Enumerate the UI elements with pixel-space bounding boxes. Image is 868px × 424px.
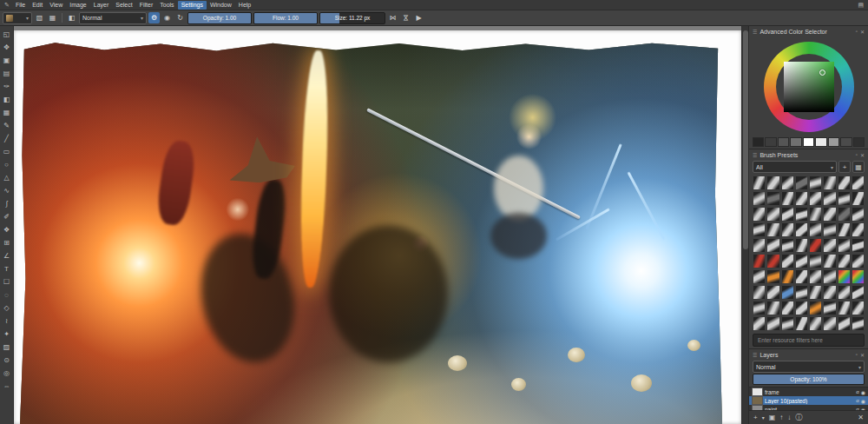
tool-pattern-edit[interactable]: ▦ bbox=[1, 106, 12, 119]
brush-preset[interactable] bbox=[852, 254, 865, 268]
color-swatch[interactable] bbox=[765, 137, 776, 147]
brush-preset[interactable] bbox=[838, 285, 851, 300]
brush-preset[interactable] bbox=[753, 222, 766, 237]
brush-preset[interactable] bbox=[838, 316, 851, 331]
brush-preset[interactable] bbox=[838, 176, 851, 190]
brush-preset[interactable] bbox=[838, 254, 851, 268]
tool-dynamic-brush[interactable]: ✐ bbox=[1, 210, 12, 223]
canvas-artwork[interactable] bbox=[20, 41, 722, 424]
brush-preset[interactable] bbox=[781, 316, 794, 331]
brush-preset[interactable] bbox=[753, 238, 766, 253]
brush-preset[interactable] bbox=[823, 316, 836, 331]
brush-preset[interactable] bbox=[852, 238, 865, 253]
mirror-horizontal-button[interactable]: ⋈ bbox=[387, 12, 398, 23]
brush-preset[interactable] bbox=[838, 191, 851, 206]
inherit-alpha-icon[interactable]: α bbox=[856, 407, 858, 410]
flow-slider[interactable]: Flow: 1.00 bbox=[253, 12, 318, 24]
menu-image[interactable]: Image bbox=[66, 1, 89, 10]
brush-preset[interactable] bbox=[809, 316, 822, 331]
brush-preset[interactable] bbox=[781, 269, 794, 284]
brush-preset[interactable] bbox=[809, 269, 822, 284]
saturation-value-square[interactable] bbox=[784, 62, 834, 112]
visibility-icon[interactable]: ◉ bbox=[861, 407, 865, 411]
docker-menu-icon[interactable]: ☰ bbox=[753, 29, 757, 35]
brush-preset[interactable] bbox=[795, 316, 808, 331]
brush-preset[interactable] bbox=[766, 301, 779, 315]
tool-ellipse[interactable]: ○ bbox=[1, 158, 12, 171]
reload-preset-button[interactable]: ↻ bbox=[174, 12, 186, 23]
brush-preset[interactable] bbox=[795, 222, 808, 237]
tool-bezier-curve[interactable]: ∫ bbox=[1, 197, 12, 210]
brush-preset[interactable] bbox=[823, 191, 836, 206]
brush-preset[interactable] bbox=[781, 301, 794, 315]
brush-preset[interactable] bbox=[809, 238, 822, 253]
layer-row[interactable]: frameα◉ bbox=[749, 388, 868, 396]
brush-preset[interactable] bbox=[823, 285, 836, 300]
close-docker-icon[interactable]: ✕ bbox=[860, 352, 865, 358]
brush-preset[interactable] bbox=[795, 176, 808, 190]
add-resource-button[interactable]: + bbox=[838, 161, 851, 173]
brush-preset[interactable] bbox=[795, 238, 808, 253]
move-layer-up-button[interactable]: ↑ bbox=[779, 414, 783, 421]
add-layer-dropdown-icon[interactable]: ▾ bbox=[762, 414, 765, 421]
color-swatch[interactable] bbox=[803, 137, 814, 147]
brush-preset[interactable] bbox=[795, 285, 808, 300]
view-mode-button[interactable]: ▦ bbox=[852, 161, 865, 173]
resource-search-field[interactable] bbox=[753, 334, 865, 347]
brush-preset[interactable] bbox=[781, 222, 794, 237]
wrap-around-mode-button[interactable]: ▶ bbox=[413, 12, 424, 23]
tool-line[interactable]: ╱ bbox=[1, 132, 12, 145]
float-docker-icon[interactable]: ▫ bbox=[856, 352, 858, 358]
move-layer-down-button[interactable]: ↓ bbox=[787, 414, 791, 421]
tool-crop[interactable]: ▣ bbox=[1, 54, 12, 67]
add-layer-button[interactable]: + bbox=[753, 414, 758, 421]
brush-preset[interactable] bbox=[809, 222, 822, 237]
brush-preset[interactable] bbox=[795, 207, 808, 222]
brush-preset[interactable] bbox=[766, 238, 779, 253]
duplicate-layer-button[interactable]: ▣ bbox=[769, 414, 776, 421]
brush-preset[interactable] bbox=[795, 301, 808, 315]
tool-zoom[interactable]: ◎ bbox=[1, 367, 12, 380]
menu-edit[interactable]: Edit bbox=[29, 1, 46, 10]
brush-preset[interactable] bbox=[766, 191, 779, 206]
color-swatch[interactable] bbox=[828, 137, 839, 147]
brush-preset[interactable] bbox=[852, 285, 865, 300]
canvas-page[interactable] bbox=[14, 30, 741, 424]
menu-window[interactable]: Window bbox=[207, 1, 235, 10]
tool-select-elliptical[interactable]: ◌ bbox=[1, 288, 12, 301]
brush-preset[interactable] bbox=[766, 285, 779, 300]
brush-preset[interactable] bbox=[766, 207, 779, 222]
resource-search-input[interactable] bbox=[756, 336, 861, 344]
edit-brush-settings-button[interactable]: ⚙ bbox=[148, 12, 160, 23]
brush-preset[interactable] bbox=[781, 207, 794, 222]
inherit-alpha-icon[interactable]: α bbox=[856, 389, 858, 394]
tool-transform[interactable]: ◱ bbox=[1, 28, 12, 41]
color-swatch[interactable] bbox=[753, 137, 764, 147]
tool-freehand-brush[interactable]: ✎ bbox=[1, 119, 12, 132]
gradient-chooser-button[interactable]: ▧ bbox=[34, 12, 45, 23]
brush-preset[interactable] bbox=[753, 316, 766, 331]
delete-layer-button[interactable]: ✕ bbox=[858, 414, 864, 421]
fg-bg-colors-button[interactable]: ◧ bbox=[66, 12, 77, 23]
brush-preset[interactable] bbox=[809, 176, 822, 190]
mirror-vertical-button[interactable]: ⋈ bbox=[400, 12, 411, 23]
tool-gradient[interactable]: ▤ bbox=[1, 67, 12, 80]
close-docker-icon[interactable]: ✕ bbox=[860, 29, 865, 35]
brush-preset-chooser[interactable]: ▾ bbox=[3, 12, 32, 24]
brush-preset[interactable] bbox=[753, 254, 766, 268]
brush-preset[interactable] bbox=[781, 176, 794, 190]
color-swatch[interactable] bbox=[778, 137, 789, 147]
color-swatch[interactable] bbox=[853, 137, 865, 147]
brush-preset[interactable] bbox=[809, 301, 822, 315]
brush-preset[interactable] bbox=[795, 254, 808, 268]
menu-filter[interactable]: Filter bbox=[136, 1, 157, 10]
color-swatch[interactable] bbox=[815, 137, 826, 147]
inherit-alpha-icon[interactable]: α bbox=[856, 398, 858, 403]
float-docker-icon[interactable]: ▫ bbox=[856, 29, 858, 35]
brush-preset[interactable] bbox=[781, 285, 794, 300]
menu-settings[interactable]: Settings bbox=[178, 1, 207, 10]
tool-assistants[interactable]: ⊞ bbox=[1, 236, 12, 249]
color-swatch[interactable] bbox=[790, 137, 801, 147]
tool-move[interactable]: ✥ bbox=[1, 41, 12, 54]
tool-polygon[interactable]: △ bbox=[1, 171, 12, 184]
